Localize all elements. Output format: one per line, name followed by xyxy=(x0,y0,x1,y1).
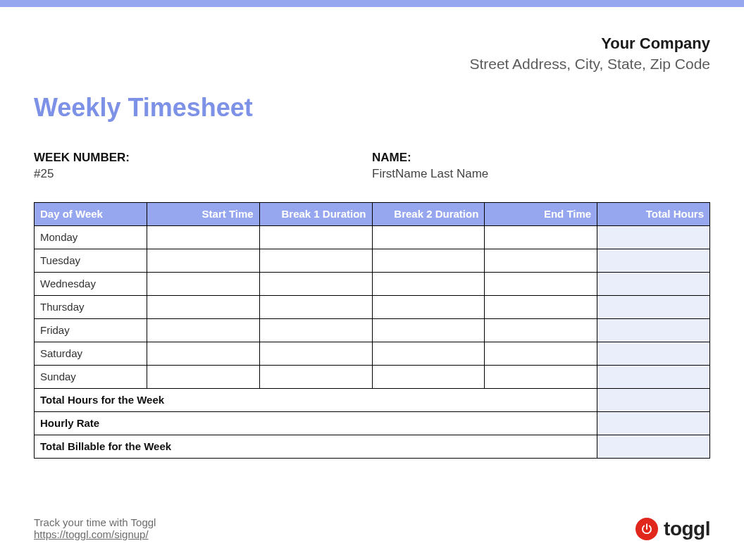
summary-value[interactable] xyxy=(597,388,710,411)
summary-label: Total Hours for the Week xyxy=(35,388,597,411)
summary-label: Total Billable for the Week xyxy=(35,435,597,458)
day-name: Sunday xyxy=(35,365,147,388)
power-icon xyxy=(636,518,658,540)
summary-value[interactable] xyxy=(597,435,710,458)
page-content: Your Company Street Address, City, State… xyxy=(0,7,744,516)
break1-cell[interactable] xyxy=(259,342,372,365)
th-end-time: End Time xyxy=(485,202,597,225)
summary-label: Hourly Rate xyxy=(35,411,597,435)
hourly-rate-row: Hourly Rate xyxy=(35,411,710,435)
week-number-label: WEEK NUMBER: xyxy=(34,151,372,165)
day-name: Monday xyxy=(35,225,147,249)
break1-cell[interactable] xyxy=(259,249,372,272)
total-hours-cell xyxy=(597,295,710,318)
start-time-cell[interactable] xyxy=(147,365,259,388)
company-name: Your Company xyxy=(34,34,710,54)
start-time-cell[interactable] xyxy=(147,295,259,318)
day-name: Thursday xyxy=(35,295,147,318)
signup-link[interactable]: https://toggl.com/signup/ xyxy=(34,528,149,540)
summary-value[interactable] xyxy=(597,411,710,435)
company-address: Street Address, City, State, Zip Code xyxy=(34,54,710,73)
day-name: Wednesday xyxy=(35,272,147,295)
footer-left: Track your time with Toggl https://toggl… xyxy=(34,516,156,540)
table-row: Thursday xyxy=(35,295,710,318)
name-block: NAME: FirstName Last Name xyxy=(372,151,710,181)
day-name: Friday xyxy=(35,318,147,342)
total-hours-cell xyxy=(597,342,710,365)
table-row: Friday xyxy=(35,318,710,342)
th-break2: Break 2 Duration xyxy=(372,202,485,225)
table-row: Monday xyxy=(35,225,710,249)
table-row: Saturday xyxy=(35,342,710,365)
total-billable-row: Total Billable for the Week xyxy=(35,435,710,458)
end-time-cell[interactable] xyxy=(485,342,597,365)
table-row: Sunday xyxy=(35,365,710,388)
break2-cell[interactable] xyxy=(372,249,485,272)
total-hours-cell xyxy=(597,249,710,272)
th-break1: Break 1 Duration xyxy=(259,202,372,225)
day-name: Saturday xyxy=(35,342,147,365)
end-time-cell[interactable] xyxy=(485,249,597,272)
break1-cell[interactable] xyxy=(259,295,372,318)
toggl-logo: toggl xyxy=(636,518,710,540)
name-value: FirstName Last Name xyxy=(372,167,710,181)
total-hours-cell xyxy=(597,225,710,249)
break2-cell[interactable] xyxy=(372,225,485,249)
end-time-cell[interactable] xyxy=(485,365,597,388)
end-time-cell[interactable] xyxy=(485,295,597,318)
total-hours-cell xyxy=(597,272,710,295)
break1-cell[interactable] xyxy=(259,365,372,388)
meta-row: WEEK NUMBER: #25 NAME: FirstName Last Na… xyxy=(34,151,710,181)
break2-cell[interactable] xyxy=(372,295,485,318)
th-day: Day of Week xyxy=(35,202,147,225)
break2-cell[interactable] xyxy=(372,272,485,295)
end-time-cell[interactable] xyxy=(485,225,597,249)
page-title: Weekly Timesheet xyxy=(34,93,710,123)
footer-tagline: Track your time with Toggl xyxy=(34,516,156,528)
break1-cell[interactable] xyxy=(259,272,372,295)
start-time-cell[interactable] xyxy=(147,249,259,272)
week-number-value: #25 xyxy=(34,167,372,181)
start-time-cell[interactable] xyxy=(147,225,259,249)
week-number-block: WEEK NUMBER: #25 xyxy=(34,151,372,181)
day-name: Tuesday xyxy=(35,249,147,272)
table-row: Tuesday xyxy=(35,249,710,272)
total-hours-row: Total Hours for the Week xyxy=(35,388,710,411)
end-time-cell[interactable] xyxy=(485,272,597,295)
start-time-cell[interactable] xyxy=(147,272,259,295)
th-total-hours: Total Hours xyxy=(597,202,710,225)
end-time-cell[interactable] xyxy=(485,318,597,342)
break2-cell[interactable] xyxy=(372,365,485,388)
total-hours-cell xyxy=(597,318,710,342)
start-time-cell[interactable] xyxy=(147,318,259,342)
break1-cell[interactable] xyxy=(259,318,372,342)
table-row: Wednesday xyxy=(35,272,710,295)
company-block: Your Company Street Address, City, State… xyxy=(34,34,710,73)
start-time-cell[interactable] xyxy=(147,342,259,365)
name-label: NAME: xyxy=(372,151,710,165)
top-accent-bar xyxy=(0,0,744,7)
break2-cell[interactable] xyxy=(372,318,485,342)
timesheet-table: Day of Week Start Time Break 1 Duration … xyxy=(34,202,710,459)
logo-text: toggl xyxy=(664,518,710,540)
break2-cell[interactable] xyxy=(372,342,485,365)
break1-cell[interactable] xyxy=(259,225,372,249)
th-start-time: Start Time xyxy=(147,202,259,225)
footer: Track your time with Toggl https://toggl… xyxy=(0,516,744,560)
total-hours-cell xyxy=(597,365,710,388)
